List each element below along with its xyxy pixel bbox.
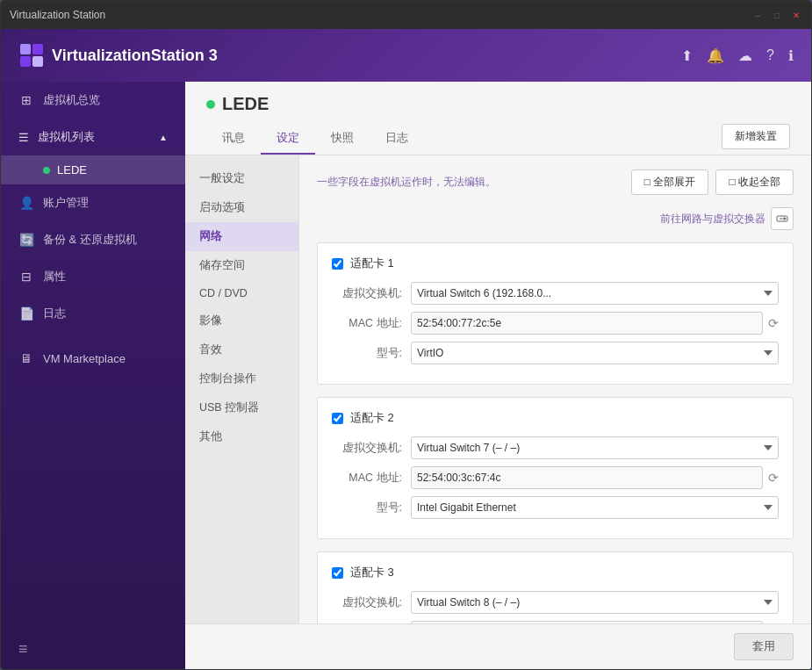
sidebar-group-list: ☰ 虚拟机列表 ▲ LEDE [1, 119, 185, 184]
app-name-light: Virtualization [52, 47, 151, 64]
adapter-1-switch-row: 虚拟交换机: Virtual Switch 6 (192.168.0... [332, 282, 779, 305]
adapter-2-checkbox[interactable] [332, 413, 343, 424]
adapter-2-model-row: 型号: Intel Gigabit Ethernet [332, 496, 779, 519]
adapter-1-mac-refresh-icon[interactable]: ⟳ [768, 316, 779, 330]
vm-tab-actions: 新增装置 [722, 124, 790, 155]
sidebar-item-overview-label: 虚拟机总览 [43, 92, 100, 108]
sidebar-item-account-label: 账户管理 [43, 195, 89, 211]
list-arrow-icon: ▲ [159, 133, 168, 142]
adapter-card-3: 适配卡 3 虚拟交换机: Virtual Switch 8 (– / –) [317, 551, 794, 623]
sidebar-item-properties-label: 属性 [43, 269, 66, 285]
settings-content: 一些字段在虚拟机运作时，无法编辑。 □ 全部展开 □ 收起全部 前往网路与虚拟交… [299, 155, 811, 623]
adapter-3-switch-row: 虚拟交换机: Virtual Switch 8 (– / –) [332, 591, 779, 614]
sidebar-item-backup[interactable]: 🔄 备份 & 还原虚拟机 [1, 221, 185, 258]
sidebar-item-lede[interactable]: LEDE [1, 155, 185, 184]
network-link-bar: 前往网路与虚拟交换器 [317, 207, 794, 230]
window-title: Virtualization Station [10, 9, 751, 21]
collapse-all-button[interactable]: □ 收起全部 [715, 169, 794, 195]
adapter-2-title: 适配卡 2 [332, 410, 779, 426]
adapter-3-switch-label: 虚拟交换机: [332, 595, 402, 610]
sidebar-group-list-header[interactable]: ☰ 虚拟机列表 ▲ [1, 119, 185, 155]
app-header: VirtualizationStation 3 ⬆ 🔔 ☁ ? ℹ [1, 29, 811, 82]
tab-settings[interactable]: 设定 [261, 123, 315, 155]
lede-status-dot [43, 167, 50, 174]
sidebar-item-overview[interactable]: ⊞ 虚拟机总览 [1, 82, 185, 119]
adapter-2-model-value: Intel Gigabit Ethernet [411, 496, 779, 519]
title-bar: Virtualization Station – □ ✕ [1, 1, 811, 29]
upload-icon[interactable]: ⬆ [681, 47, 693, 64]
sidebar-item-account[interactable]: 👤 账户管理 [1, 184, 185, 221]
vm-header: LEDE 讯息 设定 快照 日志 新增装置 [185, 82, 811, 155]
settings-nav-console[interactable]: 控制台操作 [185, 364, 298, 393]
sidebar-item-marketplace[interactable]: 🖥 VM Marketplace [1, 341, 185, 376]
adapter-3-title: 适配卡 3 [332, 565, 779, 580]
adapter-card-1: 适配卡 1 虚拟交换机: Virtual Switch 6 (192.168.0… [317, 242, 794, 385]
settings-nav-image[interactable]: 影像 [185, 306, 298, 335]
adapter-1-model-row: 型号: VirtIO [332, 342, 779, 364]
settings-nav-boot[interactable]: 启动选项 [185, 193, 298, 222]
switch-icon [776, 213, 788, 225]
vm-tabs: 讯息 设定 快照 日志 新增装置 [206, 123, 790, 155]
app-logo: VirtualizationStation 3 [18, 42, 218, 68]
info-icon[interactable]: ℹ [788, 47, 794, 64]
cloud-icon[interactable]: ☁ [738, 47, 752, 64]
sidebar-item-logs[interactable]: 📄 日志 [1, 295, 185, 332]
sidebar-item-backup-label: 备份 & 还原虚拟机 [43, 232, 137, 248]
adapter-3-switch-select[interactable]: Virtual Switch 8 (– / –) [411, 591, 779, 614]
adapter-1-mac-label: MAC 地址: [332, 316, 402, 331]
adapter-1-switch-value: Virtual Switch 6 (192.168.0... [411, 282, 779, 305]
adapter-2-switch-select[interactable]: Virtual Switch 7 (– / –) [411, 436, 779, 459]
help-icon[interactable]: ? [766, 47, 774, 63]
adapter-2-mac-input[interactable] [411, 466, 763, 489]
main-layout: ⊞ 虚拟机总览 ☰ 虚拟机列表 ▲ LEDE 👤 账户管理 🔄 [1, 82, 811, 669]
maximize-button[interactable]: □ [771, 9, 783, 21]
svg-rect-3 [32, 56, 43, 67]
settings-nav-network[interactable]: 网络 [185, 222, 298, 251]
svg-rect-1 [32, 44, 43, 54]
adapter-1-model-select[interactable]: VirtIO [411, 342, 779, 364]
apply-button[interactable]: 套用 [734, 633, 794, 660]
adapter-2-model-label: 型号: [332, 501, 402, 515]
settings-nav-storage[interactable]: 储存空间 [185, 251, 298, 280]
adapter-3-checkbox[interactable] [332, 567, 343, 579]
tab-snapshot[interactable]: 快照 [315, 123, 370, 155]
network-link-icon[interactable] [771, 207, 794, 230]
settings-nav-audio[interactable]: 音效 [185, 335, 298, 364]
vm-status-dot [206, 100, 215, 109]
app-name: VirtualizationStation 3 [52, 47, 218, 65]
adapter-2-switch-row: 虚拟交换机: Virtual Switch 7 (– / –) [332, 436, 779, 459]
list-icon: ☰ [18, 131, 29, 144]
adapter-2-mac-label: MAC 地址: [332, 471, 402, 486]
minimize-button[interactable]: – [751, 9, 764, 21]
settings-nav-other[interactable]: 其他 [185, 422, 298, 451]
settings-nav-usb[interactable]: USB 控制器 [185, 393, 298, 422]
adapter-2-switch-label: 虚拟交换机: [332, 441, 402, 456]
network-link-text[interactable]: 前往网路与虚拟交换器 [660, 212, 765, 227]
marketplace-icon: 🖥 [18, 351, 34, 365]
sidebar-menu-button[interactable]: ≡ [1, 630, 185, 669]
adapter-2-mac-refresh-icon[interactable]: ⟳ [768, 471, 779, 485]
adapter-2-mac-value: ⟳ [411, 466, 779, 489]
adapter-1-model-label: 型号: [332, 346, 402, 361]
settings-body: 一般设定 启动选项 网络 储存空间 CD / DVD 影像 音效 控制台操作 U… [185, 155, 811, 623]
adapter-2-mac-row: MAC 地址: ⟳ [332, 466, 779, 489]
bell-icon[interactable]: 🔔 [707, 47, 724, 64]
adapter-1-checkbox[interactable] [332, 258, 343, 270]
header-actions: ⬆ 🔔 ☁ ? ℹ [681, 47, 794, 64]
sidebar-item-properties[interactable]: ⊟ 属性 [1, 258, 185, 295]
logs-icon: 📄 [18, 306, 34, 321]
adapter-2-model-select[interactable]: Intel Gigabit Ethernet [411, 496, 779, 519]
adapter-1-mac-input[interactable] [411, 312, 763, 335]
logo-icon [18, 42, 45, 68]
tab-info[interactable]: 讯息 [206, 123, 261, 155]
add-device-button[interactable]: 新增装置 [722, 124, 790, 149]
tab-logs[interactable]: 日志 [370, 123, 424, 155]
adapter-1-switch-select[interactable]: Virtual Switch 6 (192.168.0... [411, 282, 779, 305]
settings-nav-cddvd[interactable]: CD / DVD [185, 280, 298, 306]
adapter-3-label: 适配卡 3 [350, 565, 394, 580]
close-button[interactable]: ✕ [790, 9, 802, 21]
action-buttons: □ 全部展开 □ 收起全部 [631, 169, 794, 195]
info-bar: 一些字段在虚拟机运作时，无法编辑。 □ 全部展开 □ 收起全部 [317, 169, 794, 195]
expand-all-button[interactable]: □ 全部展开 [631, 169, 709, 195]
settings-nav-general[interactable]: 一般设定 [185, 164, 298, 193]
